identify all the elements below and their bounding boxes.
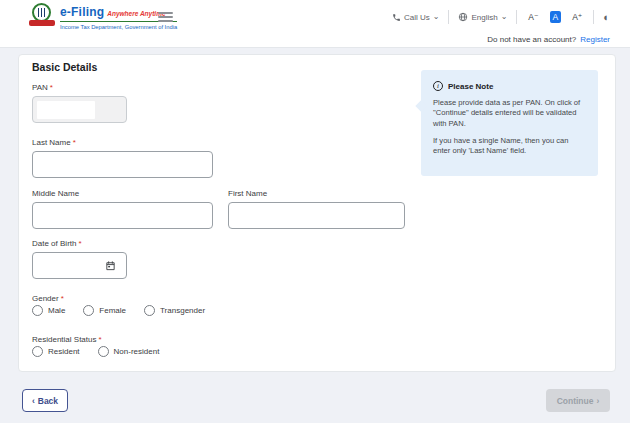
emblem-banner [29, 20, 55, 26]
dark-mode-contrast-icon[interactable]: ◐ [603, 12, 610, 23]
gender-label: Gender* [32, 294, 64, 303]
brand-subtitle: Income Tax Department, Government of Ind… [60, 24, 177, 30]
residential-radio-non-resident[interactable]: Non-resident [98, 346, 160, 357]
redacted-pan-value [37, 101, 95, 119]
account-prompt-text: Do not have an account? [487, 35, 576, 44]
residential-status-label: Residential Status* [32, 335, 102, 344]
calendar-icon[interactable] [105, 260, 116, 271]
radio-button-icon [32, 305, 43, 316]
hamburger-menu-icon[interactable] [158, 12, 173, 22]
gender-radio-transgender[interactable]: Transgender [144, 305, 205, 316]
required-asterisk: * [73, 138, 76, 147]
language-menu[interactable]: English ⌄ [458, 12, 507, 22]
middle-name-label: Middle Name [32, 189, 79, 198]
radio-button-icon [98, 346, 109, 357]
last-name-field[interactable] [32, 151, 213, 178]
font-size-increase-button[interactable]: A⁺ [570, 11, 584, 23]
last-name-label: Last Name* [32, 138, 76, 147]
radio-button-icon [32, 346, 43, 357]
top-navigation: Call Us ⌄ English ⌄ A⁻ A A⁺ ◐ [392, 8, 610, 26]
residential-radio-resident[interactable]: Resident [32, 346, 80, 357]
chevron-down-icon: ⌄ [501, 13, 508, 21]
chevron-right-icon: › [596, 396, 599, 406]
required-asterisk: * [50, 83, 53, 92]
app-header: e-Filing Anywhere Anytime Income Tax Dep… [0, 0, 630, 48]
back-button[interactable]: ‹ Back [22, 389, 68, 412]
page-title: Basic Details [32, 61, 97, 73]
chevron-left-icon: ‹ [32, 396, 35, 406]
please-note-panel: i Please Note Please provide data as per… [421, 70, 598, 176]
account-prompt-row: Do not have an account?Register [487, 35, 610, 44]
gender-radio-male[interactable]: Male [32, 305, 65, 316]
pan-label: PAN* [32, 83, 53, 92]
continue-button[interactable]: Continue › [546, 389, 610, 412]
gender-radio-group: Male Female Transgender [32, 305, 205, 316]
divider [448, 10, 449, 24]
brand-title: e-Filing [60, 5, 104, 19]
first-name-label: First Name [228, 189, 267, 198]
gender-radio-female[interactable]: Female [83, 305, 126, 316]
font-size-decrease-button[interactable]: A⁻ [526, 11, 540, 23]
phone-icon [392, 13, 401, 22]
chevron-down-icon: ⌄ [433, 13, 440, 21]
ashoka-pillar-icon [38, 8, 45, 17]
font-size-normal-button[interactable]: A [550, 11, 562, 23]
first-name-field[interactable] [228, 202, 405, 229]
radio-button-icon [144, 305, 155, 316]
register-link[interactable]: Register [580, 35, 610, 44]
globe-icon [458, 12, 468, 22]
call-us-label: Call Us [404, 13, 430, 22]
info-icon: i [433, 81, 443, 91]
required-asterisk: * [98, 335, 101, 344]
income-tax-dept-emblem-logo [29, 3, 55, 30]
required-asterisk: * [61, 294, 64, 303]
divider [516, 10, 517, 24]
dob-label: Date of Birth* [32, 239, 82, 248]
pan-field [32, 96, 127, 123]
middle-name-field[interactable] [32, 202, 213, 229]
call-us-menu[interactable]: Call Us ⌄ [392, 13, 439, 22]
divider [593, 10, 594, 24]
note-paragraph: Please provide data as per PAN. On click… [433, 98, 586, 129]
note-title: Please Note [448, 82, 493, 91]
brand-tagline: Anywhere Anytime [107, 10, 165, 17]
note-paragraph: If you have a single Name, then you can … [433, 136, 586, 157]
radio-button-icon [83, 305, 94, 316]
language-label: English [471, 13, 497, 22]
residential-status-radio-group: Resident Non-resident [32, 346, 159, 357]
required-asterisk: * [78, 239, 81, 248]
